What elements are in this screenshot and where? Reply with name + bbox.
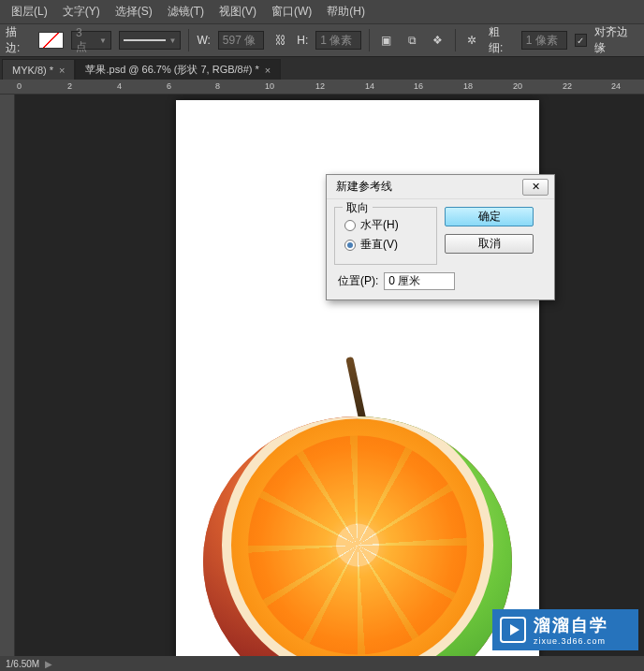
- ruler-tick: 18: [463, 81, 473, 91]
- align-icon[interactable]: ⧉: [403, 31, 421, 50]
- position-label: 位置(P):: [338, 273, 378, 289]
- watermark-url: zixue.3d66.com: [534, 636, 608, 646]
- stroke-label: 描边:: [6, 24, 31, 56]
- path-ops-icon[interactable]: ▣: [377, 31, 395, 50]
- dialog-title: 新建参考线: [336, 179, 392, 195]
- h-input[interactable]: 1 像素: [315, 31, 361, 50]
- tab-label: MYK/8) *: [12, 65, 53, 76]
- watermark-logo-icon: [500, 617, 526, 643]
- dialog-close-button[interactable]: ✕: [522, 179, 549, 196]
- ruler-tick: 8: [215, 81, 220, 91]
- ruler-tick: 22: [563, 81, 572, 91]
- link-icon[interactable]: ⛓: [271, 31, 289, 50]
- h-label: H:: [297, 34, 308, 47]
- menu-window[interactable]: 窗口(W): [264, 0, 319, 23]
- align-edges-label: 对齐边缘: [594, 24, 638, 56]
- menu-layer[interactable]: 图层(L): [4, 0, 55, 23]
- status-arrow-icon[interactable]: ▶: [45, 659, 52, 669]
- ruler-tick: 4: [117, 81, 122, 91]
- ruler-tick: 6: [167, 81, 171, 91]
- tab-label: 苹果.psd @ 66.7% (形状 7, RGB/8#) *: [85, 63, 258, 77]
- ruler-tick: 16: [414, 81, 423, 91]
- ruler-tick: 24: [611, 81, 621, 91]
- ruler-horizontal[interactable]: 024681012141618202224: [0, 80, 644, 95]
- arrange-icon[interactable]: ❖: [429, 31, 446, 50]
- ruler-vertical[interactable]: [0, 95, 15, 656]
- stroke-swatch[interactable]: [38, 32, 64, 49]
- menu-help[interactable]: 帮助(H): [319, 0, 373, 23]
- watermark: 溜溜自学 zixue.3d66.com: [492, 609, 638, 650]
- menu-text[interactable]: 文字(Y): [55, 0, 108, 23]
- ruler-tick: 2: [67, 81, 72, 91]
- ruler-tick: 12: [315, 81, 325, 91]
- thickness-input[interactable]: 1 像素: [521, 31, 567, 50]
- apple-orange-image: [203, 416, 512, 656]
- options-bar: 描边: 3 点▼ ▼ W: 597 像 ⛓ H: 1 像素 ▣ ⧉ ❖ ✲ 粗细…: [0, 23, 644, 57]
- orientation-legend: 取向: [343, 200, 373, 216]
- ruler-tick: 14: [365, 81, 374, 91]
- menu-view[interactable]: 视图(V): [212, 0, 264, 23]
- stroke-width-dropdown[interactable]: 3 点▼: [71, 31, 111, 50]
- w-label: W:: [197, 34, 210, 47]
- thickness-label: 粗细:: [489, 24, 514, 56]
- position-input[interactable]: 0 厘米: [384, 272, 455, 290]
- close-icon[interactable]: ×: [59, 65, 65, 76]
- ok-button[interactable]: 确定: [445, 207, 534, 226]
- radio-vertical-label: 垂直(V): [360, 237, 398, 253]
- orientation-group: 取向 水平(H) 垂直(V): [334, 207, 437, 265]
- w-input[interactable]: 597 像: [218, 31, 264, 50]
- watermark-title: 溜溜自学: [534, 614, 608, 636]
- menu-select[interactable]: 选择(S): [108, 0, 160, 23]
- menu-filter[interactable]: 滤镜(T): [160, 0, 212, 23]
- stroke-style-dropdown[interactable]: ▼: [119, 31, 181, 50]
- ruler-tick: 10: [265, 81, 274, 91]
- radio-vertical[interactable]: [344, 240, 356, 251]
- close-icon[interactable]: ×: [265, 65, 271, 76]
- gear-icon[interactable]: ✲: [463, 31, 481, 50]
- align-edges-checkbox[interactable]: ✓: [575, 34, 588, 47]
- cancel-button[interactable]: 取消: [445, 234, 534, 254]
- menu-bar: 图层(L) 文字(Y) 选择(S) 滤镜(T) 视图(V) 窗口(W) 帮助(H…: [0, 0, 644, 23]
- new-guide-dialog: 新建参考线 ✕ 取向 水平(H) 垂直(V) 确定 取消 位置(P): 0 厘米: [326, 174, 555, 300]
- ruler-tick: 20: [513, 81, 522, 91]
- document-tabs: MYK/8) *× 苹果.psd @ 66.7% (形状 7, RGB/8#) …: [0, 57, 644, 80]
- tab-doc-1[interactable]: MYK/8) *×: [2, 59, 75, 80]
- status-bar: 1/6.50M ▶: [0, 656, 644, 671]
- radio-horizontal[interactable]: [344, 220, 356, 231]
- radio-horizontal-label: 水平(H): [360, 217, 399, 233]
- tab-doc-2[interactable]: 苹果.psd @ 66.7% (形状 7, RGB/8#) *×: [75, 59, 281, 80]
- status-doc-size: 1/6.50M: [6, 659, 39, 669]
- ruler-tick: 0: [17, 81, 22, 91]
